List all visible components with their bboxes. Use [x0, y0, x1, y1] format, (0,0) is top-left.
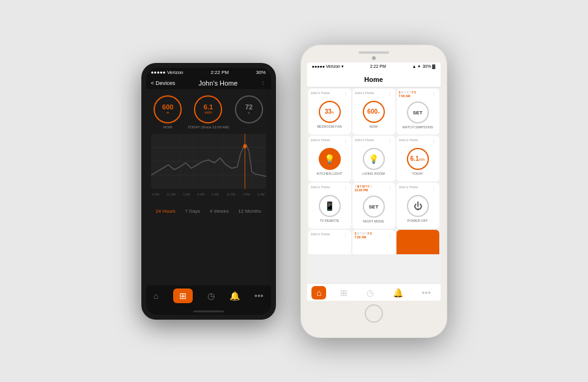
ios-grid-row-1: John's Home ⋮ 33 % BEDROOM FAN	[308, 89, 439, 134]
bulb-off-icon: 💡	[368, 154, 379, 164]
ios-nav-home[interactable]: ⌂	[311, 286, 326, 299]
card-more-icon[interactable]: ⋮	[343, 232, 349, 238]
ios-home-button[interactable]	[365, 304, 383, 323]
android-page-title: John's Home	[198, 79, 237, 87]
ios-nav-more[interactable]: •••	[417, 286, 436, 299]
ios-nav-grid[interactable]: ⊞	[335, 286, 352, 299]
x-label-1: 9 PM	[152, 193, 160, 196]
android-nav-clock[interactable]: ◷	[207, 291, 215, 301]
card-body: 💡 LIVING ROOM	[355, 145, 393, 179]
card-power-off[interactable]: John's Home ⋮ ⏻ POWER OFF	[396, 183, 439, 229]
day-s1: S	[399, 91, 401, 94]
bulb-on-icon: 💡	[324, 154, 335, 164]
kwh-gauge: 6.1 kWh	[407, 148, 429, 170]
ios-nav-clock[interactable]: ◷	[362, 286, 379, 299]
card-watch-simpsons[interactable]: S M T W T F S 7:00 AM ⋮	[396, 89, 439, 134]
android-back-button[interactable]: < Devices	[151, 80, 176, 86]
schedule-days: S M T W T F S	[399, 91, 416, 94]
range-12m[interactable]: 12 Months	[238, 208, 261, 214]
android-more-icon[interactable]: ⋮	[261, 80, 266, 86]
day-t1: T	[360, 232, 362, 235]
metric-today: 6.1 kWh TODAY (Since 12:00 AM)	[188, 95, 229, 129]
power-icon: ⏻	[414, 201, 422, 211]
card-partial-2[interactable]: S M T W T F S 7:00 AM ⋮	[352, 230, 395, 254]
day-s2: S	[370, 185, 372, 188]
card-more-icon[interactable]: ⋮	[431, 91, 437, 97]
card-partial-3[interactable]	[396, 230, 439, 254]
range-4w[interactable]: 4 Weeks	[210, 208, 229, 214]
card-more-icon[interactable]: ⋮	[343, 91, 349, 97]
kitchen-label: KITCHEN LIGHT	[317, 172, 343, 175]
schedule-days: S M T W T F S	[355, 232, 372, 235]
card-header: John's Home ⋮	[355, 91, 393, 97]
card-more-icon[interactable]: ⋮	[387, 232, 393, 238]
fan-unit: %	[332, 111, 334, 114]
range-24h[interactable]: 24 Hours	[155, 208, 175, 214]
schedule-time: 7:00 AM	[355, 235, 372, 239]
card-now[interactable]: John's Home ⋮ 600 w NOW	[352, 89, 395, 134]
android-battery: 30%	[256, 70, 266, 75]
android-home-button[interactable]	[193, 310, 224, 312]
card-location: John's Home	[311, 91, 330, 95]
card-bedroom-fan[interactable]: John's Home ⋮ 33 % BEDROOM FAN	[308, 89, 351, 134]
ios-screen: ●●●●● Verizon ▾ 2:22 PM ▲ ✦ 30% ▓ Home J…	[307, 62, 441, 301]
now-unit: w	[378, 111, 380, 114]
android-nav-bell[interactable]: 🔔	[229, 291, 240, 301]
day-t2: T	[365, 232, 367, 235]
card-header: John's Home ⋮	[311, 138, 349, 144]
card-header: John's Home ⋮	[399, 138, 437, 144]
card-body: 6.1 kWh TODAY	[399, 145, 437, 179]
today-value: 6.1	[204, 104, 213, 111]
card-header: S M T W T F S 7:00 AM ⋮	[355, 232, 393, 239]
card-header: John's Home ⋮	[355, 138, 393, 144]
x-label-2: 12 AM	[166, 193, 175, 196]
remote-icon: 📱	[324, 201, 335, 211]
card-living-room[interactable]: John's Home ⋮ 💡 LIVING ROOM	[352, 136, 395, 182]
kwh-value: 6.1	[411, 156, 419, 162]
card-more-icon[interactable]: ⋮	[387, 91, 393, 97]
android-content: 600 w NOW 6.1 kWh TODAY (Since 12:00 AM)	[146, 89, 271, 285]
day-f: F	[368, 185, 370, 188]
android-nav-more[interactable]: •••	[255, 291, 264, 301]
card-body: 📱 TV REMOTE	[311, 192, 349, 226]
ios-time: 2:22 PM	[370, 64, 386, 68]
card-night-mode[interactable]: S M T W T F S 10:00 PM ⋮	[352, 183, 395, 229]
card-body: 33 % BEDROOM FAN	[311, 98, 349, 132]
card-more-icon[interactable]: ⋮	[387, 185, 393, 191]
android-carrier: ●●●●● Verizon	[151, 70, 184, 75]
day-w: W	[406, 91, 409, 94]
card-location: John's Home	[311, 138, 330, 142]
android-nav-home[interactable]: ⌂	[153, 291, 158, 301]
fan-gauge: 33 %	[319, 101, 341, 123]
card-more-icon[interactable]: ⋮	[343, 138, 349, 144]
android-time: 2:22 PM	[210, 70, 229, 75]
range-7d[interactable]: 7 Days	[185, 208, 200, 214]
android-nav-grid[interactable]: ⊞	[173, 288, 193, 303]
now-label: NOW	[370, 125, 378, 128]
seconds-value: 72	[245, 104, 253, 111]
schedule-time: 10:00 PM	[355, 188, 372, 192]
set-label: SET	[369, 204, 379, 210]
card-body: ⏻ POWER OFF	[399, 192, 437, 226]
day-f: F	[368, 232, 370, 235]
now-value: 600	[162, 104, 173, 111]
card-today-kwh[interactable]: John's Home ⋮ 6.1 kWh TODAY	[396, 136, 439, 182]
day-t1: T	[360, 185, 362, 188]
day-m: M	[357, 185, 360, 188]
card-header: S M T W T F S 10:00 PM ⋮	[355, 185, 393, 192]
card-location: John's Home	[355, 138, 374, 142]
schedule-days: S M T W T F S	[355, 185, 372, 188]
today-label: TODAY (Since 12:00 AM)	[188, 125, 229, 129]
fan-label: BEDROOM FAN	[317, 125, 342, 128]
card-partial-1[interactable]: John's Home ⋮	[308, 230, 351, 254]
card-header: John's Home ⋮	[311, 91, 349, 97]
card-more-icon[interactable]: ⋮	[431, 185, 437, 191]
ios-nav-bell[interactable]: 🔔	[388, 286, 408, 299]
x-label-8: 6 PM	[258, 193, 265, 196]
card-more-icon[interactable]: ⋮	[387, 138, 393, 144]
card-kitchen-light[interactable]: John's Home ⋮ 💡 KITCHEN LIGHT	[308, 136, 351, 182]
today-gauge: 6.1 kWh	[194, 95, 222, 123]
card-more-icon[interactable]: ⋮	[431, 138, 437, 144]
card-more-icon[interactable]: ⋮	[343, 185, 349, 191]
card-tv-remote[interactable]: John's Home ⋮ 📱 TV REMOTE	[308, 183, 351, 229]
